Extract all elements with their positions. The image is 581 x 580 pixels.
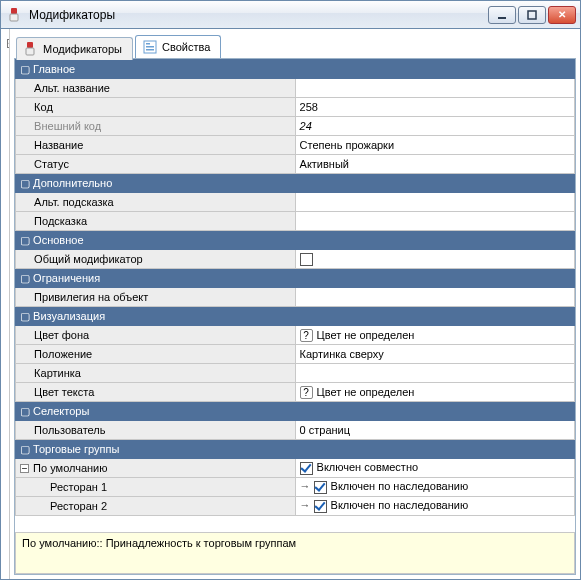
prop-label: Общий модификатор [16,250,295,269]
question-icon: ? [300,329,313,342]
tabstrip: Модификаторы Свойства [14,33,576,58]
prop-value: 24 [295,117,574,136]
prop-row-default: −По умолчанию Включен совместно [16,459,575,478]
collapse-icon[interactable]: ▢ [20,407,29,416]
tree-pane[interactable]: − Все Для десертаДля омлетаНапитокОбщие … [1,29,10,579]
prop-row: Цвет текста?Цвет не определен [16,383,575,402]
question-icon: ? [300,386,313,399]
tab-modifiers-label: Модификаторы [43,43,122,55]
property-grid[interactable]: ▢Главное Альт. название Код258 Внешний к… [15,59,575,516]
titlebar[interactable]: Модификаторы ✕ [1,1,580,29]
collapse-icon[interactable]: − [20,464,29,473]
collapse-icon[interactable]: ▢ [20,236,29,245]
window-title: Модификаторы [29,8,488,22]
collapse-icon[interactable]: ▢ [20,312,29,321]
prop-row: СтатусАктивный [16,155,575,174]
prop-label: Внешний код [16,117,295,136]
prop-value[interactable] [295,79,574,98]
prop-label: Альт. подсказка [16,193,295,212]
prop-label: Цвет текста [16,383,295,402]
prop-row: Привилегия на объект [16,288,575,307]
inherit-arrow-icon: → [300,499,312,511]
section-limits[interactable]: ▢Ограничения [16,269,575,288]
section-tradegroups[interactable]: ▢Торговые группы [16,440,575,459]
svg-rect-20 [146,46,154,48]
prop-value[interactable]: ?Цвет не определен [295,326,574,345]
prop-value[interactable]: Картинка сверху [295,345,574,364]
minimize-button[interactable] [488,6,516,24]
prop-label: Название [16,136,295,155]
prop-label: Пользователь [16,421,295,440]
collapse-icon[interactable]: ▢ [20,445,29,454]
section-selectors[interactable]: ▢Селекторы [16,402,575,421]
prop-row: Альт. название [16,79,575,98]
prop-row: Внешний код24 [16,117,575,136]
prop-value[interactable] [295,212,574,231]
prop-row: НазваниеСтепень прожарки [16,136,575,155]
prop-label: Подсказка [16,212,295,231]
prop-label: Ресторан 1 [16,478,295,497]
prop-value[interactable]: 258 [295,98,574,117]
prop-value[interactable] [295,193,574,212]
prop-row: Альт. подсказка [16,193,575,212]
svg-rect-2 [498,17,506,19]
prop-value[interactable]: →Включен по наследованию [295,478,574,497]
section-base[interactable]: ▢Основное [16,231,575,250]
prop-label: Ресторан 2 [16,497,295,516]
checkbox[interactable] [300,253,313,266]
checkbox[interactable] [314,500,327,513]
prop-label: Статус [16,155,295,174]
collapse-icon[interactable]: ▢ [20,179,29,188]
tab-modifiers-icon [23,41,39,57]
prop-value[interactable]: ?Цвет не определен [295,383,574,402]
tab-properties-label: Свойства [162,41,210,53]
maximize-button[interactable] [518,6,546,24]
app-window: Модификаторы ✕ − Все Для десертаДля омле… [0,0,581,580]
prop-value[interactable]: →Включен по наследованию [295,497,574,516]
prop-label: Привилегия на объект [16,288,295,307]
prop-label: Код [16,98,295,117]
hint-box: По умолчанию:: Принадлежность к торговым… [15,532,575,574]
hint-text: По умолчанию:: Принадлежность к торговым… [22,537,296,549]
prop-row: Цвет фона?Цвет не определен [16,326,575,345]
prop-value[interactable] [295,288,574,307]
prop-value[interactable] [295,364,574,383]
tab-properties-icon [142,39,158,55]
tab-modifiers[interactable]: Модификаторы [16,37,133,60]
prop-label: Картинка [16,364,295,383]
svg-rect-16 [27,42,33,48]
prop-label: Альт. название [16,79,295,98]
prop-label[interactable]: −По умолчанию [16,459,295,478]
svg-rect-19 [146,43,150,45]
tab-properties[interactable]: Свойства [135,35,221,58]
section-main[interactable]: ▢Главное [16,60,575,79]
svg-rect-1 [10,14,18,21]
prop-value[interactable] [295,250,574,269]
prop-value[interactable]: Степень прожарки [295,136,574,155]
properties-panel: ▢Главное Альт. название Код258 Внешний к… [14,58,576,575]
section-additional[interactable]: ▢Дополнительно [16,174,575,193]
close-button[interactable]: ✕ [548,6,576,24]
prop-row: Картинка [16,364,575,383]
svg-rect-21 [146,49,154,51]
svg-rect-17 [26,48,34,55]
prop-row: Ресторан 2 →Включен по наследованию [16,497,575,516]
prop-label: Положение [16,345,295,364]
prop-value[interactable]: 0 страниц [295,421,574,440]
checkbox[interactable] [300,462,313,475]
prop-value[interactable]: Активный [295,155,574,174]
prop-row: Пользователь0 страниц [16,421,575,440]
right-pane: Модификаторы Свойства ▢Главное Альт. наз… [10,29,580,579]
prop-row: Общий модификатор [16,250,575,269]
collapse-icon[interactable]: ▢ [20,274,29,283]
prop-label: Цвет фона [16,326,295,345]
section-visual[interactable]: ▢Визуализация [16,307,575,326]
collapse-icon[interactable]: ▢ [20,65,29,74]
prop-row: ПоложениеКартинка сверху [16,345,575,364]
prop-row: Код258 [16,98,575,117]
prop-value[interactable]: Включен совместно [295,459,574,478]
prop-row: Подсказка [16,212,575,231]
svg-rect-0 [11,8,17,14]
checkbox[interactable] [314,481,327,494]
app-icon [7,7,23,23]
